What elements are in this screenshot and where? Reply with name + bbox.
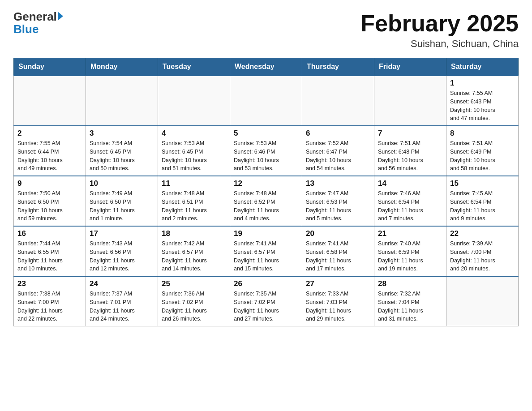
subtitle: Suishan, Sichuan, China <box>360 38 519 50</box>
logo-arrow-icon <box>58 12 63 21</box>
calendar-cell: 17Sunrise: 7:43 AMSunset: 6:56 PMDayligh… <box>86 226 158 276</box>
calendar-cell: 14Sunrise: 7:46 AMSunset: 6:54 PMDayligh… <box>374 176 446 226</box>
day-info: Sunrise: 7:50 AMSunset: 6:50 PMDaylight:… <box>17 189 82 223</box>
calendar-cell: 5Sunrise: 7:53 AMSunset: 6:46 PMDaylight… <box>230 126 302 176</box>
calendar-cell: 19Sunrise: 7:41 AMSunset: 6:57 PMDayligh… <box>230 226 302 276</box>
day-number: 27 <box>306 279 370 288</box>
day-info: Sunrise: 7:41 AMSunset: 6:57 PMDaylight:… <box>234 240 298 273</box>
calendar-cell: 23Sunrise: 7:38 AMSunset: 7:00 PMDayligh… <box>14 276 86 326</box>
day-number: 6 <box>306 129 370 138</box>
day-number: 17 <box>90 229 154 238</box>
day-info: Sunrise: 7:53 AMSunset: 6:45 PMDaylight:… <box>162 139 226 173</box>
calendar-cell: 13Sunrise: 7:47 AMSunset: 6:53 PMDayligh… <box>302 176 374 226</box>
calendar-cell: 10Sunrise: 7:49 AMSunset: 6:50 PMDayligh… <box>86 176 158 226</box>
day-number: 23 <box>17 279 82 288</box>
day-number: 7 <box>378 129 442 138</box>
day-number: 13 <box>306 179 370 188</box>
logo-general: General <box>13 11 57 22</box>
day-number: 21 <box>378 229 442 238</box>
day-info: Sunrise: 7:55 AMSunset: 6:43 PMDaylight:… <box>450 89 515 123</box>
day-info: Sunrise: 7:51 AMSunset: 6:48 PMDaylight:… <box>378 139 442 173</box>
week-row-5: 23Sunrise: 7:38 AMSunset: 7:00 PMDayligh… <box>14 276 519 326</box>
day-info: Sunrise: 7:52 AMSunset: 6:47 PMDaylight:… <box>306 139 370 173</box>
calendar-cell: 27Sunrise: 7:33 AMSunset: 7:03 PMDayligh… <box>302 276 374 326</box>
day-info: Sunrise: 7:53 AMSunset: 6:46 PMDaylight:… <box>234 139 298 173</box>
day-number: 8 <box>450 129 515 138</box>
week-row-1: 1Sunrise: 7:55 AMSunset: 6:43 PMDaylight… <box>14 76 519 126</box>
col-wednesday: Wednesday <box>230 58 302 76</box>
calendar-cell: 11Sunrise: 7:48 AMSunset: 6:51 PMDayligh… <box>158 176 230 226</box>
day-number: 11 <box>162 179 226 188</box>
day-number: 1 <box>450 79 515 88</box>
calendar-cell <box>302 76 374 126</box>
calendar-cell: 25Sunrise: 7:36 AMSunset: 7:02 PMDayligh… <box>158 276 230 326</box>
day-info: Sunrise: 7:46 AMSunset: 6:54 PMDaylight:… <box>378 189 442 223</box>
col-friday: Friday <box>374 58 446 76</box>
col-tuesday: Tuesday <box>158 58 230 76</box>
day-number: 5 <box>234 129 298 138</box>
calendar-cell: 1Sunrise: 7:55 AMSunset: 6:43 PMDaylight… <box>446 76 519 126</box>
col-monday: Monday <box>86 58 158 76</box>
day-info: Sunrise: 7:48 AMSunset: 6:51 PMDaylight:… <box>162 189 226 223</box>
day-info: Sunrise: 7:35 AMSunset: 7:02 PMDaylight:… <box>234 290 298 323</box>
day-number: 2 <box>17 129 82 138</box>
calendar-cell: 24Sunrise: 7:37 AMSunset: 7:01 PMDayligh… <box>86 276 158 326</box>
day-number: 14 <box>378 179 442 188</box>
day-number: 4 <box>162 129 226 138</box>
col-thursday: Thursday <box>302 58 374 76</box>
calendar-cell: 28Sunrise: 7:32 AMSunset: 7:04 PMDayligh… <box>374 276 446 326</box>
calendar-cell <box>374 76 446 126</box>
calendar-cell: 12Sunrise: 7:48 AMSunset: 6:52 PMDayligh… <box>230 176 302 226</box>
day-number: 10 <box>90 179 154 188</box>
title-area: February 2025 Suishan, Sichuan, China <box>360 11 519 50</box>
calendar-cell <box>230 76 302 126</box>
calendar-cell <box>14 76 86 126</box>
day-number: 15 <box>450 179 515 188</box>
logo-blue: Blue <box>13 22 39 36</box>
col-saturday: Saturday <box>446 58 519 76</box>
week-row-2: 2Sunrise: 7:55 AMSunset: 6:44 PMDaylight… <box>14 126 519 176</box>
day-info: Sunrise: 7:47 AMSunset: 6:53 PMDaylight:… <box>306 189 370 223</box>
calendar-cell: 26Sunrise: 7:35 AMSunset: 7:02 PMDayligh… <box>230 276 302 326</box>
day-info: Sunrise: 7:33 AMSunset: 7:03 PMDaylight:… <box>306 290 370 323</box>
day-number: 12 <box>234 179 298 188</box>
day-info: Sunrise: 7:42 AMSunset: 6:57 PMDaylight:… <box>162 240 226 273</box>
calendar-cell <box>86 76 158 126</box>
day-info: Sunrise: 7:48 AMSunset: 6:52 PMDaylight:… <box>234 189 298 223</box>
day-info: Sunrise: 7:40 AMSunset: 6:59 PMDaylight:… <box>378 240 442 273</box>
calendar-cell: 4Sunrise: 7:53 AMSunset: 6:45 PMDaylight… <box>158 126 230 176</box>
day-info: Sunrise: 7:51 AMSunset: 6:49 PMDaylight:… <box>450 139 515 173</box>
day-number: 16 <box>17 229 82 238</box>
calendar-cell: 16Sunrise: 7:44 AMSunset: 6:55 PMDayligh… <box>14 226 86 276</box>
calendar-cell <box>158 76 230 126</box>
day-info: Sunrise: 7:41 AMSunset: 6:58 PMDaylight:… <box>306 240 370 273</box>
calendar-cell: 8Sunrise: 7:51 AMSunset: 6:49 PMDaylight… <box>446 126 519 176</box>
header: General Blue February 2025 Suishan, Sich… <box>13 11 519 50</box>
day-info: Sunrise: 7:44 AMSunset: 6:55 PMDaylight:… <box>17 240 82 273</box>
day-info: Sunrise: 7:36 AMSunset: 7:02 PMDaylight:… <box>162 290 226 323</box>
calendar-cell: 2Sunrise: 7:55 AMSunset: 6:44 PMDaylight… <box>14 126 86 176</box>
day-number: 3 <box>90 129 154 138</box>
calendar-cell: 9Sunrise: 7:50 AMSunset: 6:50 PMDaylight… <box>14 176 86 226</box>
calendar-table: Sunday Monday Tuesday Wednesday Thursday… <box>13 58 519 326</box>
week-row-3: 9Sunrise: 7:50 AMSunset: 6:50 PMDaylight… <box>14 176 519 226</box>
day-number: 19 <box>234 229 298 238</box>
day-info: Sunrise: 7:49 AMSunset: 6:50 PMDaylight:… <box>90 189 154 223</box>
calendar-cell: 18Sunrise: 7:42 AMSunset: 6:57 PMDayligh… <box>158 226 230 276</box>
day-info: Sunrise: 7:37 AMSunset: 7:01 PMDaylight:… <box>90 290 154 323</box>
calendar-cell: 6Sunrise: 7:52 AMSunset: 6:47 PMDaylight… <box>302 126 374 176</box>
calendar-cell: 3Sunrise: 7:54 AMSunset: 6:45 PMDaylight… <box>86 126 158 176</box>
day-number: 28 <box>378 279 442 288</box>
day-info: Sunrise: 7:54 AMSunset: 6:45 PMDaylight:… <box>90 139 154 173</box>
day-number: 20 <box>306 229 370 238</box>
day-number: 18 <box>162 229 226 238</box>
calendar-cell: 20Sunrise: 7:41 AMSunset: 6:58 PMDayligh… <box>302 226 374 276</box>
calendar-cell: 22Sunrise: 7:39 AMSunset: 7:00 PMDayligh… <box>446 226 519 276</box>
logo: General Blue <box>13 11 63 36</box>
header-row: Sunday Monday Tuesday Wednesday Thursday… <box>14 58 519 76</box>
day-info: Sunrise: 7:38 AMSunset: 7:00 PMDaylight:… <box>17 290 82 323</box>
day-info: Sunrise: 7:39 AMSunset: 7:00 PMDaylight:… <box>450 240 515 273</box>
day-number: 24 <box>90 279 154 288</box>
calendar-cell: 21Sunrise: 7:40 AMSunset: 6:59 PMDayligh… <box>374 226 446 276</box>
day-info: Sunrise: 7:45 AMSunset: 6:54 PMDaylight:… <box>450 189 515 223</box>
